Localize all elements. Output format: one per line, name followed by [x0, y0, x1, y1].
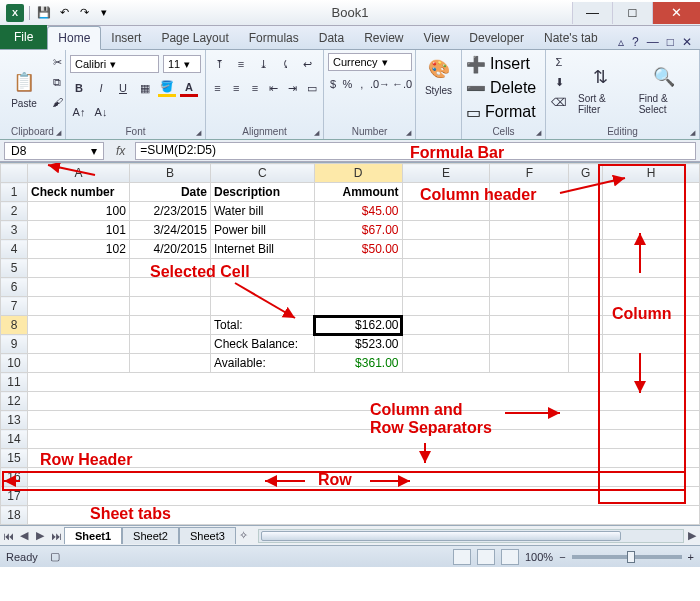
- cell[interactable]: [129, 335, 210, 354]
- cell[interactable]: [28, 373, 700, 392]
- sheet-nav-first[interactable]: ⏮: [0, 530, 16, 542]
- cell[interactable]: [490, 316, 569, 335]
- cell[interactable]: [314, 278, 402, 297]
- cell[interactable]: [28, 487, 700, 506]
- formula-input[interactable]: =SUM(D2:D5): [135, 142, 696, 160]
- page-layout-view-button[interactable]: [477, 549, 495, 565]
- cell[interactable]: $523.00: [314, 335, 402, 354]
- cell[interactable]: Available:: [210, 354, 314, 373]
- cell[interactable]: [28, 411, 700, 430]
- worksheet-grid[interactable]: A B C D E F G H 1 Check number Date Desc…: [0, 162, 700, 525]
- comma-button[interactable]: ,: [357, 75, 367, 93]
- bold-button[interactable]: B: [70, 79, 88, 97]
- cell[interactable]: [402, 335, 490, 354]
- row-header[interactable]: 11: [1, 373, 28, 392]
- col-header-e[interactable]: E: [402, 164, 490, 183]
- row-header[interactable]: 16: [1, 468, 28, 487]
- tab-page-layout[interactable]: Page Layout: [151, 27, 238, 49]
- mdi-min-icon[interactable]: —: [647, 35, 659, 49]
- page-break-view-button[interactable]: [501, 549, 519, 565]
- autosum-button[interactable]: Σ: [550, 53, 568, 71]
- cell[interactable]: [603, 183, 700, 202]
- cell[interactable]: [314, 297, 402, 316]
- cell[interactable]: Total:: [210, 316, 314, 335]
- help-icon[interactable]: ?: [632, 35, 639, 49]
- tab-home[interactable]: Home: [47, 26, 101, 50]
- cell[interactable]: [28, 297, 130, 316]
- cell[interactable]: [402, 278, 490, 297]
- tab-developer[interactable]: Developer: [459, 27, 534, 49]
- font-name-combo[interactable]: Calibri▾: [70, 55, 159, 73]
- maximize-button[interactable]: □: [612, 2, 652, 24]
- copy-button[interactable]: ⧉: [48, 73, 66, 91]
- save-button[interactable]: 💾: [35, 4, 53, 22]
- format-painter-button[interactable]: 🖌: [48, 93, 66, 111]
- fill-button[interactable]: ⬇: [550, 73, 568, 91]
- sheet-nav-next[interactable]: ▶: [32, 529, 48, 542]
- new-sheet-button[interactable]: ✧: [236, 529, 252, 542]
- cell[interactable]: [603, 221, 700, 240]
- increase-indent-button[interactable]: ⇥: [285, 79, 300, 97]
- shrink-font-button[interactable]: A↓: [92, 103, 110, 121]
- cell[interactable]: [28, 259, 130, 278]
- row-header[interactable]: 5: [1, 259, 28, 278]
- cell[interactable]: Ammount: [314, 183, 402, 202]
- cell[interactable]: [402, 202, 490, 221]
- row-header[interactable]: 15: [1, 449, 28, 468]
- row-header[interactable]: 1: [1, 183, 28, 202]
- border-button[interactable]: ▦: [136, 79, 154, 97]
- selected-cell[interactable]: $162.00: [314, 316, 402, 335]
- cell[interactable]: Description: [210, 183, 314, 202]
- cell[interactable]: [28, 449, 700, 468]
- undo-button[interactable]: ↶: [55, 4, 73, 22]
- col-header-b[interactable]: B: [129, 164, 210, 183]
- increase-decimal-button[interactable]: .0→: [371, 75, 389, 93]
- cell[interactable]: [603, 354, 700, 373]
- cell[interactable]: [28, 468, 700, 487]
- insert-cells-button[interactable]: ➕Insert: [466, 53, 541, 75]
- cell[interactable]: [490, 354, 569, 373]
- cell[interactable]: [569, 221, 603, 240]
- select-all-button[interactable]: [1, 164, 28, 183]
- zoom-in-button[interactable]: +: [688, 551, 694, 563]
- sort-filter-button[interactable]: ⇅Sort & Filter: [572, 53, 629, 124]
- cell[interactable]: [569, 354, 603, 373]
- cell[interactable]: [28, 278, 130, 297]
- qat-customize[interactable]: ▾: [95, 4, 113, 22]
- sheet-nav-last[interactable]: ⏭: [48, 530, 64, 542]
- cell[interactable]: 4/20/2015: [129, 240, 210, 259]
- fx-button[interactable]: fx: [106, 144, 135, 158]
- cell[interactable]: [490, 259, 569, 278]
- cell[interactable]: [603, 259, 700, 278]
- sheet-nav-prev[interactable]: ◀: [16, 529, 32, 542]
- italic-button[interactable]: I: [92, 79, 110, 97]
- col-header-g[interactable]: G: [569, 164, 603, 183]
- cell[interactable]: [569, 316, 603, 335]
- cell[interactable]: [603, 240, 700, 259]
- cell[interactable]: [402, 316, 490, 335]
- row-header[interactable]: 13: [1, 411, 28, 430]
- tab-data[interactable]: Data: [309, 27, 354, 49]
- cell[interactable]: [314, 259, 402, 278]
- tab-view[interactable]: View: [414, 27, 460, 49]
- cell[interactable]: $50.00: [314, 240, 402, 259]
- col-header-h[interactable]: H: [603, 164, 700, 183]
- cell[interactable]: [28, 392, 700, 411]
- cell[interactable]: Water bill: [210, 202, 314, 221]
- cell[interactable]: [129, 278, 210, 297]
- row-header[interactable]: 6: [1, 278, 28, 297]
- cell[interactable]: [490, 297, 569, 316]
- cell[interactable]: [28, 430, 700, 449]
- cell[interactable]: [490, 221, 569, 240]
- cell[interactable]: [490, 202, 569, 221]
- cell[interactable]: 3/24/2015: [129, 221, 210, 240]
- tab-formulas[interactable]: Formulas: [239, 27, 309, 49]
- cell[interactable]: [490, 278, 569, 297]
- close-button[interactable]: ✕: [652, 2, 700, 24]
- col-header-d[interactable]: D: [314, 164, 402, 183]
- cell[interactable]: [603, 202, 700, 221]
- number-format-combo[interactable]: Currency▾: [328, 53, 412, 71]
- cell[interactable]: [210, 278, 314, 297]
- grow-font-button[interactable]: A↑: [70, 103, 88, 121]
- sheet-tab-1[interactable]: Sheet1: [64, 527, 122, 544]
